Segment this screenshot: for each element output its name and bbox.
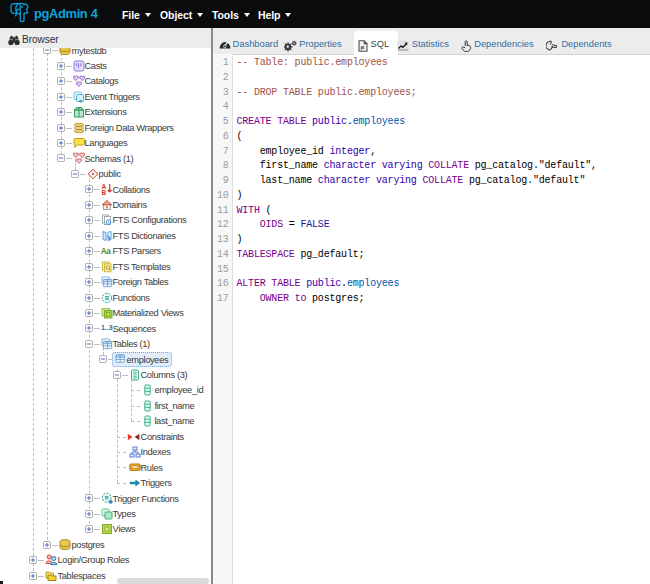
svg-text:B: B xyxy=(101,189,106,196)
svg-text:Aa: Aa xyxy=(101,247,111,256)
